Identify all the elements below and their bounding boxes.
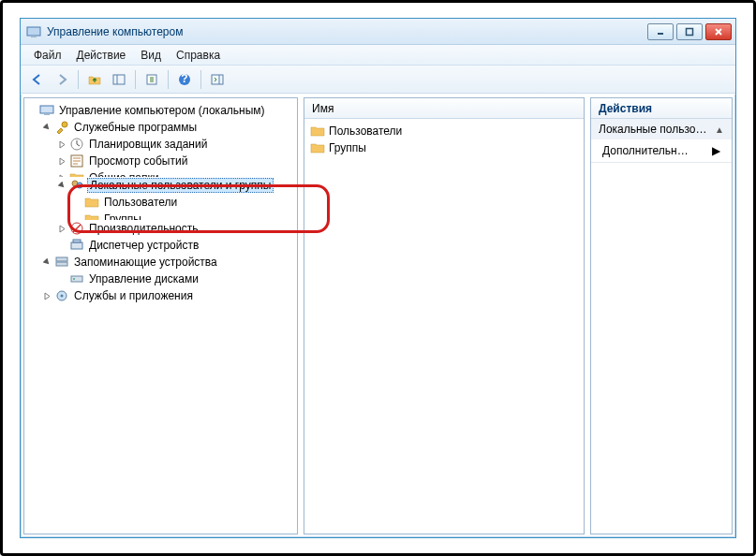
tree-label: Локальные пользователи и группы bbox=[87, 178, 274, 193]
expand-icon[interactable] bbox=[56, 139, 67, 150]
toolbar-separator bbox=[200, 70, 201, 89]
chevron-right-icon: ▶ bbox=[712, 144, 720, 157]
tree-label: Запоминающие устройства bbox=[72, 256, 219, 269]
tools-icon bbox=[54, 120, 69, 135]
svg-text:?: ? bbox=[181, 73, 187, 85]
tree-label: Управление дисками bbox=[87, 272, 200, 285]
svg-rect-26 bbox=[71, 276, 82, 282]
disk-icon bbox=[69, 271, 84, 286]
forward-button[interactable] bbox=[51, 68, 73, 91]
show-hide-action-pane-button[interactable] bbox=[206, 68, 229, 91]
svg-point-29 bbox=[61, 295, 64, 298]
folder-icon bbox=[84, 212, 99, 220]
refresh-button[interactable] bbox=[141, 68, 163, 91]
actions-pane: Действия Локальные пользо… ▲ Дополнитель… bbox=[590, 97, 733, 534]
tree-device-manager[interactable]: Диспетчер устройств bbox=[56, 237, 295, 254]
up-button[interactable] bbox=[83, 68, 106, 91]
expand-icon[interactable] bbox=[56, 172, 67, 177]
computer-icon bbox=[39, 103, 54, 118]
tree-label: Группы bbox=[102, 212, 143, 220]
maximize-button[interactable] bbox=[676, 23, 703, 40]
help-button[interactable]: ? bbox=[173, 68, 196, 91]
tree-groups[interactable]: Группы bbox=[71, 211, 295, 220]
shared-folder-icon bbox=[69, 170, 84, 177]
tree-utilities[interactable]: Служебные программы bbox=[41, 119, 295, 136]
storage-icon bbox=[54, 255, 69, 270]
svg-rect-0 bbox=[27, 27, 40, 36]
menu-view[interactable]: Вид bbox=[133, 47, 169, 64]
folder-icon bbox=[310, 124, 325, 139]
list-pane: Имя Пользователи Группы bbox=[304, 97, 585, 534]
svg-rect-22 bbox=[71, 242, 82, 249]
tree-label: Служебные программы bbox=[72, 121, 199, 134]
tree-label: Диспетчер устройств bbox=[87, 239, 200, 252]
menu-action[interactable]: Действие bbox=[69, 47, 134, 64]
menu-help[interactable]: Справка bbox=[169, 47, 228, 64]
tree-label: Управление компьютером (локальным) bbox=[57, 104, 267, 117]
minimize-button[interactable] bbox=[647, 23, 674, 40]
tree-label: Службы и приложения bbox=[72, 289, 195, 302]
svg-rect-23 bbox=[73, 240, 81, 242]
list-item-label: Пользователи bbox=[329, 124, 402, 138]
performance-icon bbox=[69, 221, 84, 236]
svg-rect-24 bbox=[56, 257, 67, 261]
window-title: Управление компьютером bbox=[47, 25, 647, 38]
actions-header: Действия bbox=[591, 98, 732, 119]
device-manager-icon bbox=[69, 238, 84, 253]
chevron-up-icon: ▲ bbox=[715, 124, 724, 135]
menu-file[interactable]: Файл bbox=[26, 47, 69, 64]
tree-root[interactable]: Управление компьютером (локальным) bbox=[26, 102, 295, 119]
expand-icon[interactable] bbox=[56, 223, 67, 234]
svg-rect-13 bbox=[40, 106, 53, 113]
list-item-groups[interactable]: Группы bbox=[310, 139, 578, 156]
svg-rect-25 bbox=[56, 262, 67, 266]
actions-section-title[interactable]: Локальные пользо… ▲ bbox=[591, 119, 732, 139]
users-groups-icon bbox=[69, 178, 84, 193]
toolbar-separator bbox=[78, 70, 79, 89]
list-item-label: Группы bbox=[329, 141, 366, 154]
collapse-icon[interactable] bbox=[41, 256, 52, 268]
tree-eventviewer[interactable]: Просмотр событий bbox=[56, 153, 295, 169]
services-icon bbox=[54, 288, 69, 303]
computer-management-window: Управление компьютером Файл Действие Вид… bbox=[20, 18, 736, 538]
content-area: Управление компьютером (локальным) Служе… bbox=[21, 94, 735, 537]
expand-icon[interactable] bbox=[56, 155, 67, 167]
tree-users[interactable]: Пользователи bbox=[71, 194, 295, 211]
svg-point-15 bbox=[62, 122, 67, 127]
tree-performance[interactable]: Производительность bbox=[56, 220, 295, 237]
window-buttons bbox=[647, 23, 732, 40]
tree-pane: Управление компьютером (локальным) Служе… bbox=[23, 97, 298, 534]
tree-services[interactable]: Службы и приложения bbox=[41, 287, 295, 304]
folder-icon bbox=[310, 140, 325, 155]
svg-point-19 bbox=[77, 183, 82, 188]
close-button[interactable] bbox=[705, 23, 732, 40]
tree-disk-management[interactable]: Управление дисками bbox=[56, 271, 295, 287]
app-icon bbox=[26, 24, 41, 39]
toolbar: ? bbox=[21, 66, 735, 94]
tree-label: Пользователи bbox=[102, 196, 179, 209]
toolbar-separator bbox=[168, 70, 169, 89]
tree-label: Общие папки bbox=[87, 171, 160, 177]
svg-rect-6 bbox=[113, 75, 125, 84]
actions-more-label: Дополнительн… bbox=[602, 144, 689, 157]
show-hide-tree-button[interactable] bbox=[108, 68, 130, 91]
column-header-name[interactable]: Имя bbox=[304, 98, 584, 119]
tree-label: Производительность bbox=[87, 222, 200, 235]
actions-more-link[interactable]: Дополнительн… ▶ bbox=[591, 139, 732, 162]
list-item-users[interactable]: Пользователи bbox=[310, 123, 578, 139]
tree-scheduler[interactable]: Планировщик заданий bbox=[56, 136, 295, 153]
actions-section-label: Локальные пользо… bbox=[599, 123, 706, 136]
tree-storage[interactable]: Запоминающие устройства bbox=[41, 254, 295, 271]
svg-rect-1 bbox=[31, 36, 37, 37]
svg-rect-11 bbox=[212, 75, 223, 84]
tree-local-users-groups[interactable]: Локальные пользователи и группы bbox=[56, 177, 295, 194]
collapse-icon[interactable] bbox=[41, 122, 52, 133]
tree-label: Просмотр событий bbox=[87, 154, 189, 168]
tree-shared[interactable]: Общие папки bbox=[56, 169, 295, 177]
expand-icon[interactable] bbox=[41, 290, 52, 301]
menubar: Файл Действие Вид Справка bbox=[21, 45, 735, 66]
tree-label: Планировщик заданий bbox=[87, 138, 209, 151]
expander-icon[interactable] bbox=[26, 105, 37, 116]
collapse-icon[interactable] bbox=[56, 180, 67, 191]
back-button[interactable] bbox=[26, 68, 49, 91]
